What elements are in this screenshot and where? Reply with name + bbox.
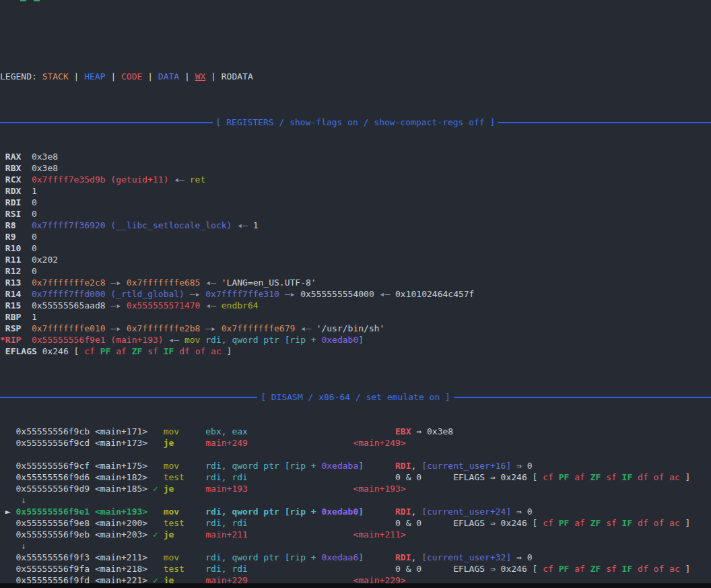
register-row-segment: ]: [222, 346, 232, 356]
legend-item: |: [142, 71, 158, 81]
disasm-row-segment: af: [574, 472, 590, 482]
register-row-segment: —▸: [184, 289, 205, 299]
disasm-row: 0x55555556f9fa <main+218> test rdi, rdi …: [0, 563, 711, 575]
register-row-segment: 0x55555565aad8: [32, 300, 106, 311]
disasm-row-segment: rdi, qword ptr [rip +: [205, 552, 321, 562]
register-row: R12 0: [0, 265, 711, 277]
disasm-row-segment: [174, 529, 205, 540]
register-row-segment: 0: [32, 243, 37, 253]
disasm-row-segment: <main+249>: [353, 438, 405, 448]
register-row-segment: 1: [253, 220, 259, 230]
register-row-segment: IF: [164, 346, 179, 356]
register-row-segment: R10: [0, 243, 32, 253]
disasm-row-segment: ⇒ 0: [511, 552, 532, 562]
register-row: RAX 0x3e8: [0, 151, 711, 162]
register-row-segment: RDX: [0, 186, 32, 196]
disasm-row-segment: [174, 484, 205, 494]
registers-header-title: [ REGISTERS / show-flags on / show-compa…: [213, 117, 499, 128]
disasm-row-segment: rdi, qword ptr [rip +: [205, 461, 321, 471]
register-row-segment: '/usr/bin/sh': [316, 323, 385, 333]
divider-line: [0, 122, 213, 123]
disasm-row-segment: [179, 426, 205, 436]
register-row-segment: sf: [147, 346, 163, 356]
register-row-segment: —▸: [279, 289, 300, 299]
disasm-row-segment: 0x55555556f9cb <main+171>: [0, 426, 164, 436]
disasm-row-segment: main+249: [205, 438, 248, 448]
disasm-row-segment: ebx, eax: [205, 426, 248, 436]
disasm-row-segment: je: [164, 438, 174, 448]
pwndbg-terminal: LEGEND: STACK | HEAP | CODE | DATA | WX …: [0, 0, 711, 588]
disasm-row-segment: test: [164, 472, 184, 482]
disasm-row-segment: 0 & 0 EFLAGS ⇒ 0x246 [: [248, 518, 543, 528]
register-row-segment: ]: [358, 335, 364, 345]
disasm-row-segment: ]: [680, 564, 691, 574]
registers-panel: RAX 0x3e8 RBX 0x3e8 RCX 0x7ffff7e35d9b (…: [0, 151, 711, 357]
disasm-row-segment: RDI: [395, 507, 411, 517]
disasm-row-segment: ↓: [0, 495, 26, 505]
disasm-row-segment: [current_user+24]: [421, 507, 511, 517]
register-row-segment: 0x555555571470: [127, 300, 201, 311]
register-row-segment: cf: [84, 346, 100, 356]
divider-line: [0, 397, 257, 398]
legend-item: STACK: [42, 71, 69, 81]
register-row: R14 0x7ffff7ffd000 (_rtld_global) —▸ 0x7…: [0, 288, 711, 300]
disasm-row-segment: df of ac: [638, 472, 680, 482]
disasm-row-segment: 0x55555556f9f3 <main+211>: [0, 552, 164, 562]
legend-item: HEAP: [84, 71, 105, 81]
disasm-row-segment: ]: [358, 552, 364, 562]
register-row-segment: 0x7ffff7ffe310: [205, 289, 279, 299]
disasm-row-segment: 0x55555556f9e8 <main+200>: [0, 518, 164, 528]
disasm-row-segment: ⇒ 0: [511, 507, 532, 517]
disasm-row-segment: df of ac: [638, 564, 680, 574]
bottom-strip: [0, 583, 711, 588]
disasm-row-segment: [147, 507, 163, 517]
register-row: EFLAGS 0x246 [ cf PF af ZF sf IF df of a…: [0, 346, 711, 357]
disasm-row-segment: je: [164, 484, 174, 494]
register-row-segment: 0x7fffffffe2b8: [127, 323, 201, 333]
register-row-segment: 1: [32, 186, 37, 196]
register-row-segment: ◂—: [200, 277, 221, 288]
register-row-segment: ◂—: [374, 289, 395, 299]
legend-item: |: [69, 71, 84, 81]
register-row: RSP 0x7fffffffe010 —▸ 0x7fffffffe2b8 —▸ …: [0, 323, 711, 334]
disasm-row: 0x55555556f9e8 <main+200> test rdi, rdi …: [0, 517, 711, 529]
register-row: RBX 0x3e8: [0, 162, 711, 174]
register-row-segment: —▸: [106, 277, 127, 288]
register-row-segment: 0x10102464c457f: [395, 289, 474, 299]
disasm-row: 0x55555556f9f3 <main+211> mov rdi, qword…: [0, 552, 711, 563]
disasm-row-segment: ,: [411, 507, 422, 517]
register-row-segment: R12: [0, 266, 32, 276]
disasm-row-segment: ⇒ 0: [511, 461, 532, 471]
register-row-segment: ◂—: [232, 220, 252, 230]
disasm-row-segment: [184, 564, 205, 574]
register-row-segment: RSP: [0, 323, 32, 333]
disasm-row-segment: ZF: [590, 564, 606, 574]
legend-item: RODATA: [222, 71, 253, 81]
disasm-row-segment: ]: [358, 461, 364, 471]
disasm-row-segment: EBX: [395, 426, 411, 436]
register-row-segment: RSI: [0, 209, 32, 219]
disasm-row-segment: mov: [164, 552, 179, 562]
register-row-segment: —▸: [200, 323, 221, 333]
legend-line: LEGEND: STACK | HEAP | CODE | DATA | WX …: [0, 71, 711, 82]
register-row-segment: PF: [100, 346, 116, 356]
register-row-segment: RDI: [0, 197, 32, 207]
disasm-row-segment: [248, 529, 353, 540]
disasm-row-segment: rdi, rdi: [205, 472, 248, 482]
register-row-segment: 0x7fffffffe679: [222, 323, 296, 333]
disasm-row-segment: [364, 461, 395, 471]
disasm-row-segment: IF: [622, 518, 638, 528]
register-row-segment: df of ac: [179, 346, 222, 356]
register-row: R15 0x55555565aad8 —▸ 0x555555571470 ◂— …: [0, 300, 711, 311]
disasm-row-segment: [current_user+16]: [421, 461, 511, 471]
disasm-row-segment: rdi, rdi: [205, 518, 248, 528]
disasm-row-segment: PF: [559, 472, 574, 482]
disasm-row: [0, 449, 711, 460]
register-row-segment: 0x7fffffffe010: [32, 323, 106, 333]
register-row-segment: ◂—: [168, 174, 189, 185]
disasm-row-segment: ►: [0, 507, 15, 517]
disasm-row-segment: sf: [606, 518, 621, 528]
disasm-row-segment: ]: [680, 472, 691, 482]
disasm-row: 0x55555556f9cd <main+173> je main+249 <m…: [0, 437, 711, 449]
register-row-segment: R8: [0, 220, 32, 230]
